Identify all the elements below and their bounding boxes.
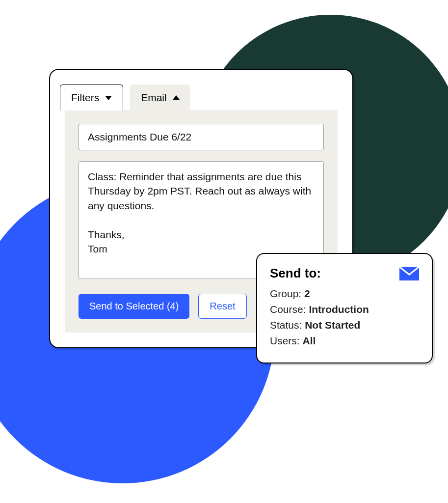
send-to-group-row: Group: 2	[270, 288, 419, 300]
group-value: 2	[304, 288, 310, 299]
mail-icon	[399, 267, 419, 280]
send-to-course-row: Course: Introduction	[270, 304, 419, 315]
tab-bar: Filters Email	[60, 84, 338, 111]
status-label: Status:	[270, 319, 305, 331]
tab-email-label: Email	[141, 92, 167, 104]
send-to-status-row: Status: Not Started	[270, 319, 419, 331]
reset-button[interactable]: Reset	[198, 294, 246, 319]
tab-email[interactable]: Email	[130, 84, 190, 111]
subject-input[interactable]	[79, 124, 324, 150]
send-to-users-row: Users: All	[270, 335, 419, 347]
chevron-down-icon	[105, 96, 112, 100]
send-to-header: Send to:	[270, 266, 419, 281]
group-label: Group:	[270, 288, 304, 299]
send-to-selected-button[interactable]: Send to Selected (4)	[79, 294, 189, 319]
status-value: Not Started	[305, 319, 360, 331]
chevron-up-icon	[173, 95, 180, 100]
tab-filters-label: Filters	[71, 92, 99, 104]
course-label: Course:	[270, 304, 309, 315]
send-to-card: Send to: Group: 2 Course: Introduction S…	[256, 253, 433, 363]
tab-filters[interactable]: Filters	[60, 84, 123, 111]
users-label: Users:	[270, 335, 303, 346]
users-value: All	[303, 335, 316, 346]
send-to-title: Send to:	[270, 266, 321, 281]
course-value: Introduction	[309, 304, 369, 315]
